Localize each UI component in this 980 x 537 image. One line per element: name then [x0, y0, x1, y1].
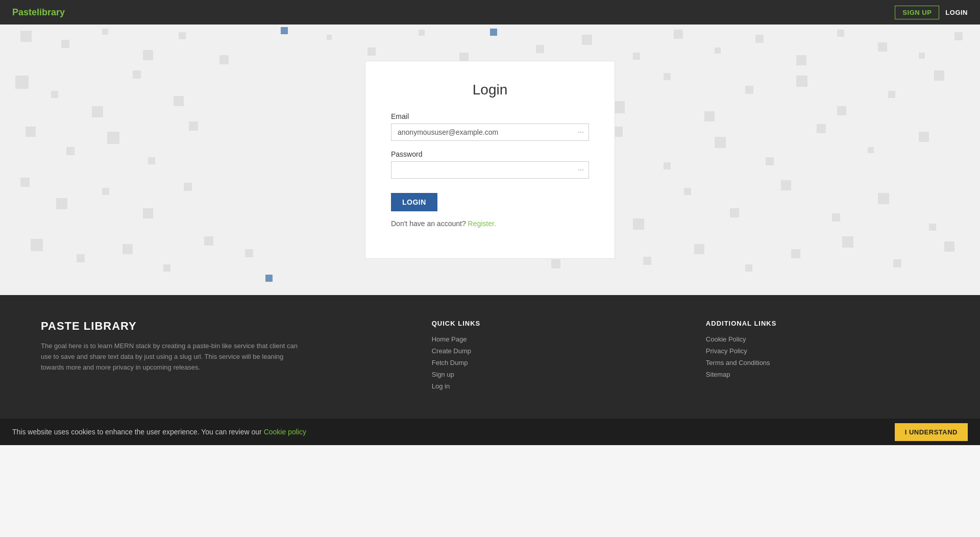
- cookie-text-content: This website uses cookies to enhance the…: [12, 428, 262, 436]
- footer-quick-link[interactable]: Log in: [432, 382, 665, 390]
- brand-white: Paste: [12, 7, 37, 17]
- cookie-policy-link[interactable]: Cookie policy: [264, 428, 306, 436]
- footer-quick-links: QUICK LINKS Home PageCreate DumpFetch Du…: [432, 320, 665, 394]
- navbar-actions: SIGN UP LOGIN: [895, 6, 968, 19]
- footer-quick-link[interactable]: Sign up: [432, 371, 665, 378]
- password-form-group: Password ⋯: [391, 150, 589, 179]
- navbar: Pastelibrary SIGN UP LOGIN: [0, 0, 980, 25]
- cookie-banner: This website uses cookies to enhance the…: [0, 419, 980, 445]
- quick-links-list: Home PageCreate DumpFetch DumpSign upLog…: [432, 335, 665, 390]
- understand-button[interactable]: I UNDERSTAND: [895, 423, 968, 441]
- email-label: Email: [391, 112, 589, 120]
- footer-brand-title: PASTE LIBRARY: [41, 320, 391, 333]
- password-input[interactable]: [391, 161, 589, 179]
- login-card: Login Email ⋯ Password ⋯ LOGIN Don't hav…: [365, 61, 615, 259]
- footer-quick-link[interactable]: Create Dump: [432, 347, 665, 355]
- quick-links-title: QUICK LINKS: [432, 320, 665, 327]
- main-content: Login Email ⋯ Password ⋯ LOGIN Don't hav…: [0, 25, 980, 295]
- brand-logo[interactable]: Pastelibrary: [12, 7, 65, 18]
- footer: PASTE LIBRARY The goal here is to learn …: [0, 295, 980, 419]
- login-button[interactable]: LOGIN: [391, 193, 437, 211]
- footer-quick-link[interactable]: Fetch Dump: [432, 359, 665, 367]
- email-form-group: Email ⋯: [391, 112, 589, 141]
- footer-brand-desc: The goal here is to learn MERN stack by …: [41, 341, 306, 373]
- cookie-text: This website uses cookies to enhance the…: [12, 428, 306, 436]
- footer-quick-link[interactable]: Home Page: [432, 335, 665, 343]
- email-input[interactable]: [391, 124, 589, 141]
- footer-additional-link[interactable]: Cookie Policy: [706, 335, 939, 343]
- footer-additional-link[interactable]: Terms and Conditions: [706, 359, 939, 367]
- additional-links-list: Cookie PolicyPrivacy PolicyTerms and Con…: [706, 335, 939, 378]
- brand-green: library: [37, 7, 65, 17]
- password-input-wrapper: ⋯: [391, 161, 589, 179]
- login-title: Login: [391, 82, 589, 98]
- footer-additional-link[interactable]: Sitemap: [706, 371, 939, 378]
- footer-brand: PASTE LIBRARY The goal here is to learn …: [41, 320, 391, 394]
- signup-button[interactable]: SIGN UP: [895, 6, 939, 19]
- footer-additional-link[interactable]: Privacy Policy: [706, 347, 939, 355]
- footer-additional-links: ADDITIONAL LINKS Cookie PolicyPrivacy Po…: [706, 320, 939, 394]
- register-text: Don't have an account? Register.: [391, 219, 589, 228]
- password-label: Password: [391, 150, 589, 158]
- additional-links-title: ADDITIONAL LINKS: [706, 320, 939, 327]
- register-link[interactable]: Register.: [468, 219, 496, 228]
- email-input-wrapper: ⋯: [391, 124, 589, 141]
- no-account-text: Don't have an account?: [391, 219, 466, 228]
- login-nav-button[interactable]: LOGIN: [945, 9, 968, 16]
